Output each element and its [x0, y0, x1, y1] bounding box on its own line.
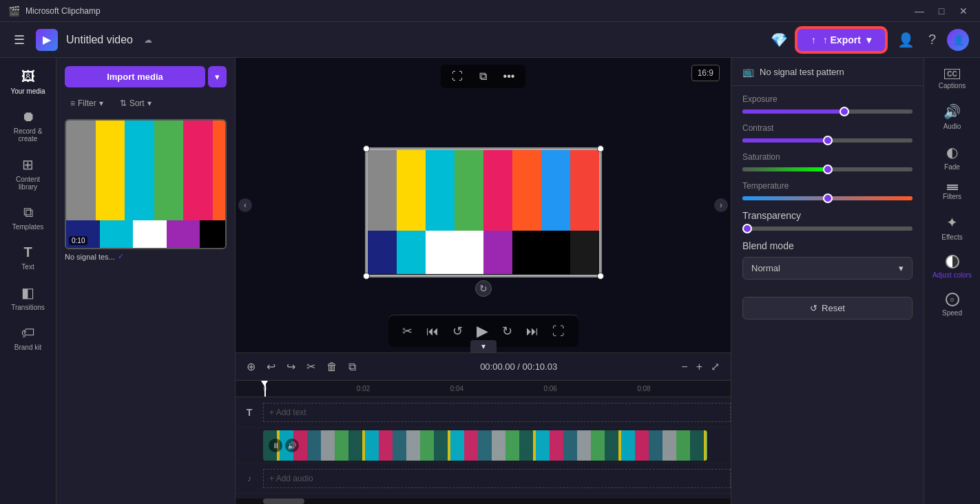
preview-collapse-left[interactable]: ‹	[238, 198, 252, 212]
preview-toolbar: ⛶ ⧉ •••	[441, 65, 526, 88]
text-track: T + Add text	[236, 397, 731, 428]
timeline-scrollbar[interactable]	[236, 498, 731, 504]
rewind-button[interactable]: ↺	[450, 321, 466, 342]
speed-icon: ⊙	[946, 293, 959, 306]
add-text-area[interactable]: + Add text	[263, 403, 731, 422]
play-button[interactable]: ▶	[474, 319, 491, 343]
exposure-slider-row	[742, 109, 913, 114]
minimize-button[interactable]: —	[911, 3, 928, 19]
share-button[interactable]: 👤	[895, 29, 917, 51]
transitions-icon: ◧	[21, 284, 34, 301]
right-panel-effects[interactable]: ✦ Effects	[928, 209, 977, 246]
video-frame	[366, 149, 601, 276]
saturation-thumb[interactable]	[823, 165, 833, 174]
right-panel-filters[interactable]: Filters	[928, 179, 977, 206]
video-track-content[interactable]: ⏸ 🔊	[263, 428, 731, 463]
save-status: ☁	[144, 35, 152, 45]
temperature-slider[interactable]	[742, 196, 913, 200]
close-button[interactable]: ✕	[955, 3, 972, 19]
right-panel-adjust-colors[interactable]: Adjust colors	[928, 249, 977, 284]
sidebar-item-brand-kit[interactable]: 🏷 Brand kit	[3, 319, 53, 357]
fit-to-screen-button[interactable]: ⤢	[708, 357, 722, 376]
import-media-dropdown[interactable]: ▾	[208, 66, 227, 87]
rotate-button[interactable]: ↻	[475, 280, 492, 297]
filter-button[interactable]: ≡ Filter ▾	[65, 96, 109, 111]
sidebar-item-your-media[interactable]: 🖼 Your media	[3, 63, 53, 101]
sidebar-item-record-create[interactable]: ⏺ Record & create	[3, 103, 53, 148]
playhead[interactable]	[264, 381, 266, 397]
audio-track-content[interactable]: + Add audio	[263, 463, 731, 493]
crop-button[interactable]: ⛶	[446, 67, 468, 85]
preview-expand-btn[interactable]: ▾	[470, 340, 497, 353]
scissors-button[interactable]: ✂	[304, 357, 318, 376]
exposure-thumb[interactable]	[840, 107, 849, 116]
video-clip[interactable]: ⏸ 🔊	[263, 430, 707, 461]
resize-handle-br[interactable]	[597, 273, 604, 280]
undo-button[interactable]: ↩	[264, 357, 278, 376]
reset-button[interactable]: ↺ Reset	[742, 297, 913, 319]
add-audio-area[interactable]: + Add audio	[263, 469, 731, 488]
right-panel-audio[interactable]: 🔊 Audio	[928, 98, 977, 136]
redo-button[interactable]: ↪	[284, 357, 298, 376]
blend-mode-select[interactable]: Normal ▾	[742, 257, 913, 280]
right-panel-speed[interactable]: ⊙ Speed	[928, 287, 977, 322]
transparency-slider[interactable]	[742, 227, 913, 231]
thumbnail-image	[66, 120, 227, 248]
zoom-in-button[interactable]: +	[694, 357, 705, 376]
export-button[interactable]: ↑ ↑ Export ▾	[796, 28, 886, 52]
sort-button[interactable]: ⇅ Sort ▾	[114, 96, 157, 111]
next-frame-button[interactable]: ⏭	[523, 322, 541, 342]
forward-button[interactable]: ↻	[499, 321, 515, 342]
preview-collapse-right[interactable]: ›	[714, 198, 728, 212]
right-panel-captions[interactable]: CC Captions	[928, 63, 977, 95]
prev-frame-button[interactable]: ⏮	[424, 322, 441, 342]
text-track-label-icon: T	[236, 407, 263, 418]
transitions-label: Transitions	[11, 304, 45, 311]
audio-icon: 🔊	[943, 103, 961, 120]
audio-label: Audio	[943, 123, 961, 130]
project-name[interactable]: Untitled video	[66, 34, 133, 46]
user-avatar[interactable]: 👤	[947, 29, 969, 51]
audio-note-icon: ♪	[247, 474, 251, 483]
transparency-thumb[interactable]	[742, 224, 752, 233]
temperature-thumb[interactable]	[823, 193, 833, 203]
media-thumbnail[interactable]: 0:10	[65, 119, 227, 249]
zoom-out-button[interactable]: −	[678, 357, 690, 376]
contrast-slider[interactable]	[742, 138, 913, 143]
contrast-thumb[interactable]	[823, 136, 833, 145]
delete-button[interactable]: 🗑	[324, 358, 340, 376]
text-track-content[interactable]: + Add text	[263, 397, 731, 427]
sidebar-item-templates[interactable]: ⧉ Templates	[3, 199, 53, 236]
exposure-slider[interactable]	[742, 109, 913, 114]
resize-handle-bl[interactable]	[363, 273, 370, 280]
ruler-mark-6: 0:06	[543, 385, 637, 392]
sort-label: Sort	[129, 98, 145, 108]
temperature-label: Temperature	[742, 181, 913, 191]
app-icon: 🎬	[8, 6, 20, 17]
saturation-slider[interactable]	[742, 167, 913, 171]
resize-handle-tl[interactable]	[363, 145, 370, 152]
help-button[interactable]: ?	[926, 29, 939, 50]
resize-handle-tr[interactable]	[597, 145, 604, 152]
clip-pause-button[interactable]: ⏸	[269, 439, 282, 452]
fullscreen-button[interactable]: ⛶	[550, 322, 567, 342]
right-panel-fade[interactable]: ◐ Fade	[928, 138, 977, 176]
saturation-label: Saturation	[742, 152, 913, 162]
sidebar-item-content-library[interactable]: ⊞ Content library	[3, 151, 53, 196]
main-content: 🖼 Your media ⏺ Record & create ⊞ Content…	[0, 58, 980, 504]
hamburger-menu[interactable]: ☰	[11, 30, 28, 50]
import-media-button[interactable]: Import media	[65, 66, 205, 87]
magnet-button[interactable]: ⊕	[244, 357, 258, 376]
clip-audio-button[interactable]: 🔊	[285, 439, 299, 452]
maximize-button[interactable]: □	[933, 3, 950, 19]
scrollbar-thumb[interactable]	[263, 498, 304, 504]
duplicate-button[interactable]: ⧉	[346, 358, 359, 376]
pip-button[interactable]: ⧉	[474, 67, 492, 85]
cut-at-playhead-button[interactable]: ✂	[399, 321, 415, 342]
more-options-button[interactable]: •••	[498, 67, 521, 85]
sidebar-item-text[interactable]: T Text	[3, 239, 53, 276]
aspect-ratio-button[interactable]: 16:9	[691, 65, 720, 81]
add-text-label: + Add text	[269, 408, 306, 417]
content-library-icon: ⊞	[22, 156, 34, 173]
sidebar-item-transitions[interactable]: ◧ Transitions	[3, 279, 53, 317]
